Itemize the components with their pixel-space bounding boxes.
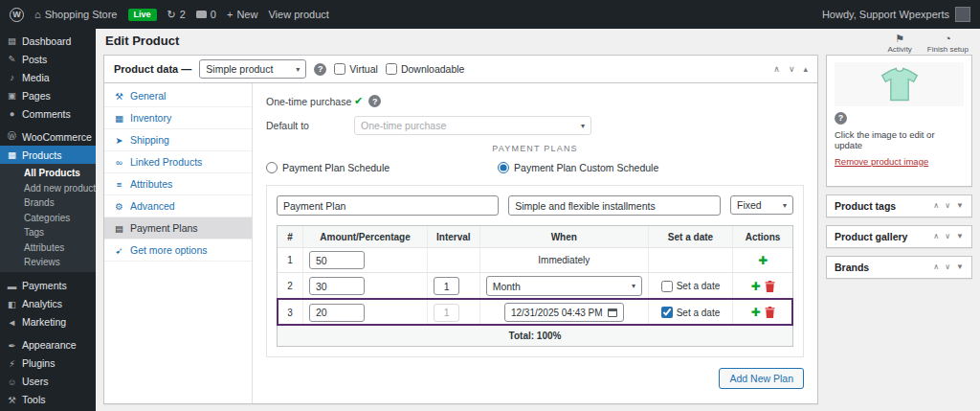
- product-tags-panel[interactable]: Product tags ∧ ∨ ▼: [826, 194, 972, 217]
- set-a-date-option[interactable]: Set a date: [661, 307, 721, 318]
- help-icon[interactable]: ?: [314, 63, 326, 76]
- payment-plans-panel: One-time purchase ✔ ? Default to One-tim…: [253, 83, 817, 403]
- date-picker-input[interactable]: 12/31/2025 04:43 PM: [504, 303, 624, 322]
- page-title: Edit Product: [103, 34, 179, 48]
- order-down-icon[interactable]: ∨: [945, 201, 950, 210]
- submenu-attributes[interactable]: Attributes: [0, 240, 96, 256]
- view-product-link[interactable]: View product: [268, 9, 328, 20]
- tab-linked-products[interactable]: ∞ Linked Products: [104, 151, 252, 173]
- sidebar-item-users[interactable]: ☺ Users: [0, 373, 96, 391]
- tab-advanced[interactable]: ⚙ Advanced: [104, 195, 252, 217]
- tab-inventory[interactable]: ▦ Inventory: [104, 107, 252, 129]
- tab-get-more-options[interactable]: ➹ Get more options: [104, 240, 252, 262]
- product-image[interactable]: [835, 62, 964, 106]
- sidebar-item-analytics[interactable]: ◧ Analytics: [0, 295, 96, 313]
- calendar-icon[interactable]: [608, 308, 617, 317]
- order-up-icon[interactable]: ∧: [933, 232, 939, 240]
- period-select[interactable]: Month ▾: [486, 276, 642, 296]
- downloadable-checkbox[interactable]: [386, 63, 397, 75]
- admin-sidebar: ▤ Dashboard ✎ Posts ♪ Media ▣ Pages ● Co…: [0, 29, 96, 411]
- tab-general[interactable]: ⚒ General: [104, 85, 252, 107]
- plan-type-select[interactable]: Fixed ▾: [730, 195, 793, 215]
- toggle-panel-icon[interactable]: ▴: [803, 64, 808, 74]
- get-more-options-icon: ➹: [114, 245, 124, 256]
- submenu-reviews[interactable]: Reviews: [0, 255, 96, 270]
- remove-product-image-link[interactable]: Remove product image: [835, 156, 928, 167]
- sidebar-item-appearance[interactable]: ✒ Appearance: [0, 336, 96, 354]
- virtual-checkbox[interactable]: [334, 63, 345, 75]
- tab-payment-plans[interactable]: ▤ Payment Plans: [104, 217, 252, 240]
- plan-name-input[interactable]: [277, 195, 499, 216]
- sidebar-item-tools[interactable]: ⚒ Tools: [0, 391, 96, 409]
- add-row-icon[interactable]: ✚: [750, 280, 760, 293]
- submenu-all-products[interactable]: All Products: [0, 166, 96, 181]
- product-type-select[interactable]: Simple product ▾: [199, 59, 306, 79]
- site-name-link[interactable]: ⌂ Shopping Store: [34, 9, 118, 20]
- general-icon: ⚒: [114, 91, 124, 102]
- finish-setup-button[interactable]: ◔ Finish setup: [927, 34, 969, 54]
- submenu-tags[interactable]: Tags: [0, 225, 96, 240]
- order-up-icon[interactable]: ∧: [773, 64, 780, 74]
- col-header-actions: Actions: [732, 226, 792, 247]
- toggle-panel-icon[interactable]: ▼: [956, 263, 964, 271]
- sidebar-item-media[interactable]: ♪ Media: [0, 68, 96, 86]
- sidebar-item-posts[interactable]: ✎ Posts: [0, 50, 96, 68]
- sidebar-item-label: Comments: [22, 108, 71, 120]
- product-data-header: Product data — Simple product ▾ ? Virtua…: [104, 56, 817, 83]
- comments-link[interactable]: 0: [196, 9, 216, 20]
- order-up-icon[interactable]: ∧: [933, 263, 939, 271]
- col-header-interval: Interval: [427, 226, 479, 247]
- sidebar-item-marketing[interactable]: ◄ Marketing: [0, 313, 96, 331]
- one-time-purchase-label: One-time purchase: [266, 96, 354, 107]
- interval-input[interactable]: [434, 277, 459, 295]
- add-row-icon[interactable]: ✚: [758, 254, 768, 267]
- order-down-icon[interactable]: ∨: [789, 64, 795, 74]
- user-avatar[interactable]: [955, 7, 970, 22]
- delete-row-icon[interactable]: [765, 281, 775, 292]
- sidebar-item-products[interactable]: ▦ Products: [0, 146, 96, 164]
- add-new-plan-button[interactable]: Add New Plan: [719, 368, 804, 389]
- order-down-icon[interactable]: ∨: [945, 263, 950, 271]
- submenu-add-new-product[interactable]: Add new product: [0, 181, 96, 196]
- sidebar-item-pages[interactable]: ▣ Pages: [0, 86, 96, 104]
- submenu-categories[interactable]: Categories: [0, 211, 96, 226]
- tab-shipping[interactable]: ➤ Shipping: [104, 129, 252, 151]
- sidebar-item-comments[interactable]: ● Comments: [0, 104, 96, 123]
- activity-button[interactable]: ⚑ Activity: [888, 34, 912, 54]
- add-row-icon[interactable]: ✚: [750, 306, 760, 319]
- default-to-select[interactable]: One-time purchase ▾: [354, 116, 591, 135]
- delete-row-icon[interactable]: [765, 307, 775, 318]
- howdy-label[interactable]: Howdy, Support Wpexperts: [822, 9, 949, 20]
- payment-plan-schedule-option[interactable]: Payment Plan Schedule: [266, 162, 390, 173]
- payment-plan-custom-schedule-option[interactable]: Payment Plan Custom Schedule: [498, 162, 658, 173]
- set-a-date-checkbox[interactable]: [661, 281, 673, 292]
- brands-panel[interactable]: Brands ∧ ∨ ▼: [826, 256, 972, 279]
- help-icon[interactable]: ?: [368, 95, 381, 107]
- order-up-icon[interactable]: ∧: [933, 201, 939, 210]
- amount-input[interactable]: [309, 251, 365, 269]
- sidebar-item-woocommerce[interactable]: Ⓦ WooCommerce: [0, 127, 96, 146]
- payment-plan-custom-schedule-radio[interactable]: [498, 162, 509, 173]
- sidebar-item-dashboard[interactable]: ▤ Dashboard: [0, 32, 96, 50]
- plan-description-input[interactable]: [508, 195, 721, 216]
- analytics-icon: ◧: [7, 299, 17, 309]
- help-icon[interactable]: ?: [835, 112, 847, 125]
- toggle-panel-icon[interactable]: ▼: [956, 201, 964, 210]
- order-down-icon[interactable]: ∨: [945, 232, 950, 240]
- product-gallery-panel[interactable]: Product gallery ∧ ∨ ▼: [826, 225, 972, 248]
- interval-input-disabled[interactable]: [434, 304, 459, 322]
- payment-plan-schedule-radio[interactable]: [266, 162, 278, 173]
- amount-input[interactable]: [309, 277, 365, 295]
- toggle-panel-icon[interactable]: ▼: [956, 232, 964, 240]
- tab-attributes[interactable]: ≡ Attributes: [104, 173, 252, 195]
- submenu-brands[interactable]: Brands: [0, 195, 96, 211]
- col-header-number: #: [278, 226, 302, 247]
- wordpress-logo-icon[interactable]: W: [10, 8, 24, 22]
- set-a-date-checkbox[interactable]: [661, 307, 673, 318]
- amount-input[interactable]: [309, 304, 365, 322]
- sidebar-item-plugins[interactable]: ⚡ Plugins: [0, 354, 96, 373]
- updates-link[interactable]: ↻ 2: [167, 9, 186, 21]
- new-content-link[interactable]: + New: [227, 9, 257, 20]
- set-a-date-option[interactable]: Set a date: [661, 281, 721, 292]
- sidebar-item-payments[interactable]: ▬ Payments: [0, 277, 96, 295]
